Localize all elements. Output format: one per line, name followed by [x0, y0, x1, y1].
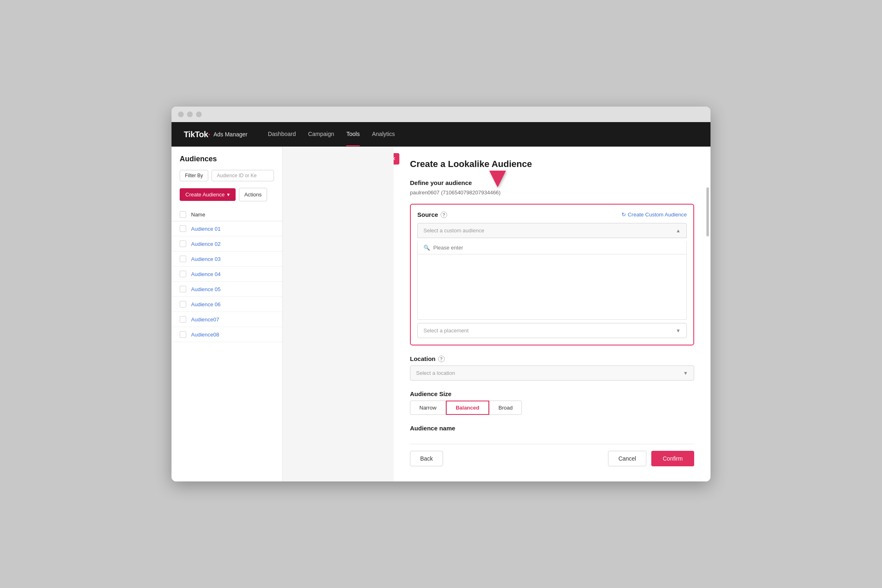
size-narrow-button[interactable]: Narrow [410, 401, 446, 415]
nav-tools[interactable]: Tools [346, 122, 360, 146]
scrollbar[interactable] [706, 187, 709, 236]
size-buttons: Narrow Balanced Broad [410, 401, 694, 415]
arrow-annotation: ▼ [483, 163, 512, 192]
confirm-button[interactable]: Confirm [651, 451, 694, 466]
audience-name[interactable]: Audience 06 [191, 301, 220, 307]
table-row: Audience 05 [172, 282, 282, 297]
select-all-checkbox[interactable] [180, 211, 186, 218]
title-bar [172, 107, 710, 122]
source-wrapper: ▼ Source ? ↻ Create Custom Audience [410, 204, 694, 345]
size-broad-button[interactable]: Broad [489, 401, 522, 415]
location-section: Location ? Select a location ▼ [410, 355, 694, 381]
actions-button[interactable]: Actions [239, 188, 267, 201]
source-info-icon[interactable]: ? [441, 212, 447, 218]
dropdown-search: 🔍 [417, 241, 687, 254]
audience-name[interactable]: Audience08 [191, 332, 219, 338]
table-row: Audience08 [172, 327, 282, 342]
location-placeholder: Select a location [416, 370, 455, 376]
close-button[interactable]: × [394, 153, 399, 165]
source-dropdown[interactable]: Select a custom audience ▲ [417, 223, 687, 238]
table-row: Audience 04 [172, 267, 282, 282]
dialog: × Create a Lookalike Audience Define you… [394, 147, 710, 481]
table-row: Audience 03 [172, 252, 282, 267]
table-row: Audience07 [172, 312, 282, 327]
location-dropdown[interactable]: Select a location ▼ [410, 365, 694, 381]
row-checkbox[interactable] [180, 286, 186, 292]
name-column-header: Name [191, 212, 205, 218]
audience-name[interactable]: Audience 02 [191, 241, 220, 247]
audience-name[interactable]: Audience 03 [191, 256, 220, 262]
size-balanced-button[interactable]: Balanced [446, 401, 489, 415]
sidebar-actions: Create Audience ▾ Actions [172, 188, 282, 208]
sidebar-title: Audiences [180, 155, 217, 163]
chevron-down-icon: ▼ [676, 328, 681, 334]
source-header: Source ? ↻ Create Custom Audience [417, 211, 687, 218]
main-area: Audiences Filter By Audience ID or Ke Cr… [172, 147, 710, 481]
traffic-light-yellow[interactable] [187, 111, 193, 117]
row-checkbox[interactable] [180, 316, 186, 323]
user-info: paulren0607 (71065407982079344​66) [410, 189, 694, 196]
dialog-footer: Back Cancel Confirm [410, 444, 694, 466]
ads-manager-label: Ads Manager [214, 131, 247, 138]
nav-campaign[interactable]: Campaign [308, 122, 334, 146]
back-button[interactable]: Back [410, 451, 443, 466]
table-header: Name [172, 208, 282, 221]
audience-name[interactable]: Audience07 [191, 316, 219, 323]
tiktok-wordmark: TikTok· [184, 130, 210, 139]
audience-name[interactable]: Audience 01 [191, 226, 220, 232]
chevron-down-icon: ▾ [227, 192, 230, 198]
filter-by-button[interactable]: Filter By [180, 170, 208, 181]
placement-placeholder: Select a placement [423, 327, 469, 334]
table-row: Audience 02 [172, 236, 282, 252]
audience-name[interactable]: Audience 05 [191, 286, 220, 292]
nav-analytics[interactable]: Analytics [372, 122, 395, 146]
placement-dropdown[interactable]: Select a placement ▼ [417, 323, 687, 338]
source-section: Source ? ↻ Create Custom Audience Select… [410, 204, 694, 345]
row-checkbox[interactable] [180, 301, 186, 307]
audience-list: Audience 01 Audience 02 Audience 03 Audi… [172, 221, 282, 342]
traffic-light-green[interactable] [196, 111, 202, 117]
annotation-arrow: ▼ [483, 163, 512, 192]
refresh-icon: ↻ [621, 212, 626, 218]
audience-name-section: Audience name [410, 425, 694, 432]
location-label: Location ? [410, 355, 694, 362]
create-custom-audience-link[interactable]: ↻ Create Custom Audience [621, 212, 687, 218]
audience-name-label: Audience name [410, 425, 694, 432]
row-checkbox[interactable] [180, 241, 186, 247]
chevron-down-icon: ▼ [683, 370, 688, 376]
source-label: Source ? [417, 211, 447, 218]
search-icon: 🔍 [423, 245, 430, 251]
brand: TikTok· Ads Manager [184, 130, 247, 139]
location-info-icon[interactable]: ? [438, 356, 445, 362]
create-audience-label: Create Audience [185, 192, 225, 198]
table-row: Audience 01 [172, 221, 282, 236]
sidebar-filters: Filter By Audience ID or Ke [172, 170, 282, 188]
dialog-title: Create a Lookalike Audience [410, 159, 694, 169]
cancel-button[interactable]: Cancel [608, 451, 646, 466]
create-audience-button[interactable]: Create Audience ▾ [180, 188, 236, 201]
sidebar-header: Audiences [172, 155, 282, 170]
nav-dashboard[interactable]: Dashboard [268, 122, 296, 146]
row-checkbox[interactable] [180, 225, 186, 232]
tiktok-dot: · [208, 130, 210, 139]
row-checkbox[interactable] [180, 256, 186, 262]
row-checkbox[interactable] [180, 331, 186, 338]
audience-size-section: Audience Size Narrow Balanced Broad [410, 390, 694, 415]
traffic-light-red[interactable] [178, 111, 184, 117]
chevron-up-icon: ▲ [676, 228, 681, 234]
define-section-label: Define your audience [410, 179, 694, 186]
navbar: TikTok· Ads Manager Dashboard Campaign T… [172, 122, 710, 147]
source-dropdown-placeholder: Select a custom audience [423, 227, 484, 234]
filter-input[interactable]: Audience ID or Ke [212, 170, 274, 181]
table-row: Audience 06 [172, 297, 282, 312]
footer-right: Cancel Confirm [608, 451, 694, 466]
row-checkbox[interactable] [180, 271, 186, 277]
audience-name[interactable]: Audience 04 [191, 271, 220, 277]
nav-items: Dashboard Campaign Tools Analytics [268, 122, 395, 146]
dropdown-list [417, 254, 687, 320]
audience-size-label: Audience Size [410, 390, 694, 397]
search-input[interactable] [433, 245, 681, 251]
browser-window: TikTok· Ads Manager Dashboard Campaign T… [172, 107, 710, 481]
sidebar: Audiences Filter By Audience ID or Ke Cr… [172, 147, 283, 481]
